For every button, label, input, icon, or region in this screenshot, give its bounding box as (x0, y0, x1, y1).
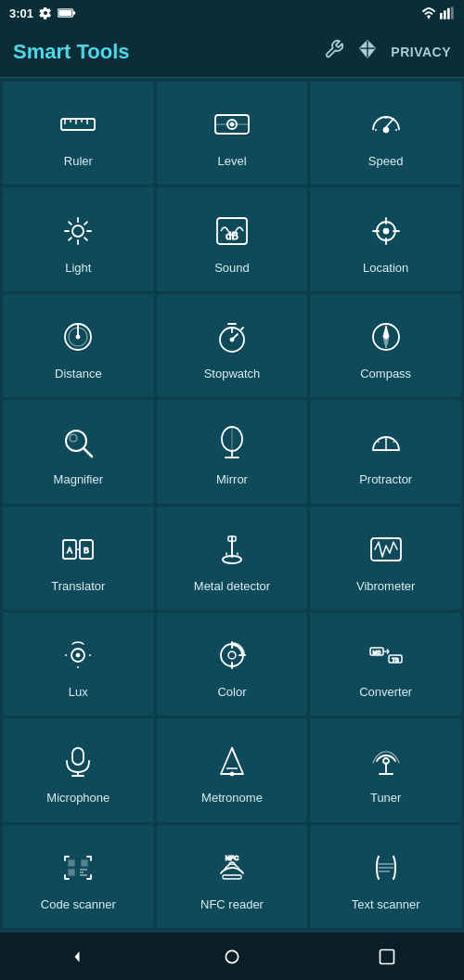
tool-text-scanner[interactable]: Text scanner (310, 825, 461, 928)
time-display: 3:01 (9, 6, 33, 20)
text-scanner-icon (364, 845, 408, 890)
tool-sound[interactable]: dB Sound (157, 187, 308, 290)
svg-line-31 (69, 222, 71, 225)
tool-microphone[interactable]: Microphone (3, 718, 154, 821)
nfc-reader-icon: NFC (210, 845, 254, 890)
color-icon (210, 633, 254, 677)
svg-rect-11 (61, 119, 95, 130)
tool-vibrometer[interactable]: Vibrometer (310, 507, 461, 610)
app-header: Smart Tools PRIVACY (0, 26, 464, 78)
status-bar: 3:01 (0, 0, 464, 26)
ruler-label: Ruler (64, 154, 93, 168)
text-scanner-label: Text scanner (352, 897, 420, 911)
tool-location[interactable]: Location (310, 187, 461, 290)
speed-icon (364, 102, 408, 147)
tool-stopwatch[interactable]: Stopwatch (157, 294, 308, 397)
tools-grid: Ruler Level Speed (0, 78, 464, 932)
translator-icon: A B (56, 527, 100, 572)
tool-code-scanner[interactable]: Code scanner (3, 825, 154, 928)
metal-detector-icon (210, 527, 254, 572)
svg-point-54 (384, 335, 388, 339)
svg-rect-118 (380, 949, 393, 963)
tool-nfc-reader[interactable]: NFC NFC reader (157, 825, 308, 928)
home-button[interactable] (215, 940, 249, 974)
tool-light[interactable]: Light (3, 187, 154, 290)
settings-status-icon (39, 6, 52, 19)
mirror-icon (210, 420, 254, 465)
svg-point-101 (230, 772, 234, 776)
svg-line-22 (386, 119, 393, 127)
light-label: Light (65, 261, 91, 275)
svg-point-117 (226, 950, 238, 962)
recents-button[interactable] (370, 940, 404, 974)
distance-icon (56, 315, 100, 359)
svg-text:A: A (67, 546, 72, 555)
back-button[interactable] (60, 940, 94, 974)
vibrometer-icon (364, 527, 408, 572)
speed-label: Speed (368, 154, 404, 168)
converter-icon: MB TB (364, 633, 408, 677)
tool-mirror[interactable]: Mirror (157, 400, 308, 503)
svg-point-79 (76, 653, 80, 657)
tool-compass[interactable]: Compass (310, 294, 461, 397)
compass-icon (364, 315, 408, 359)
wifi-icon (421, 6, 436, 19)
vibrometer-label: Vibrometer (356, 579, 415, 593)
svg-marker-116 (75, 951, 80, 962)
svg-point-87 (228, 651, 236, 659)
level-label: Level (217, 154, 246, 168)
tool-color[interactable]: Color (157, 612, 308, 716)
metronome-icon (210, 739, 254, 783)
tool-level[interactable]: Level (157, 82, 308, 185)
battery-status-icon (58, 7, 76, 19)
svg-point-38 (383, 228, 389, 234)
tool-tuner[interactable]: Tuner (310, 718, 461, 821)
svg-text:dB: dB (226, 229, 238, 240)
wrench-icon[interactable] (324, 39, 344, 64)
signal-icon (440, 6, 455, 19)
svg-line-99 (232, 748, 238, 761)
svg-rect-105 (69, 860, 74, 866)
tool-metronome[interactable]: Metronome (157, 718, 308, 821)
navigation-icon[interactable] (357, 39, 378, 64)
privacy-button[interactable]: PRIVACY (391, 45, 451, 59)
tool-translator[interactable]: A B Translator (3, 507, 154, 610)
svg-text:TB: TB (392, 657, 399, 663)
svg-line-50 (241, 328, 243, 329)
ruler-icon (56, 102, 100, 147)
svg-point-26 (72, 226, 84, 237)
svg-text:MB: MB (372, 650, 380, 655)
protractor-label: Protractor (359, 472, 412, 486)
tool-lux[interactable]: Lux (3, 612, 154, 716)
microphone-label: Microphone (46, 791, 110, 805)
tool-speed[interactable]: Speed (310, 82, 461, 185)
lux-icon (56, 633, 100, 677)
svg-rect-4 (444, 10, 446, 19)
compass-label: Compass (360, 367, 411, 380)
translator-label: Translator (51, 579, 105, 593)
magnifier-label: Magnifier (54, 472, 103, 486)
svg-rect-106 (82, 860, 87, 866)
stopwatch-icon (210, 315, 254, 359)
tool-protractor[interactable]: Protractor (310, 400, 461, 503)
tool-converter[interactable]: MB TB Converter (310, 612, 461, 716)
tool-metal-detector[interactable]: Metal detector (157, 507, 308, 610)
tool-magnifier[interactable]: Magnifier (3, 400, 154, 503)
tool-distance[interactable]: Distance (3, 294, 154, 397)
microphone-icon (56, 739, 100, 783)
app-title: Smart Tools (13, 40, 130, 64)
location-label: Location (363, 261, 408, 275)
bottom-navigation (0, 932, 464, 980)
color-label: Color (217, 685, 246, 699)
metal-detector-label: Metal detector (194, 579, 270, 593)
svg-rect-3 (440, 13, 443, 19)
svg-point-57 (70, 434, 77, 442)
svg-point-20 (230, 122, 234, 126)
mirror-label: Mirror (216, 472, 248, 486)
lux-label: Lux (69, 685, 88, 699)
svg-rect-1 (73, 11, 76, 14)
svg-line-64 (377, 441, 380, 443)
status-indicators (421, 6, 455, 19)
svg-rect-2 (58, 10, 71, 16)
tool-ruler[interactable]: Ruler (3, 82, 154, 185)
